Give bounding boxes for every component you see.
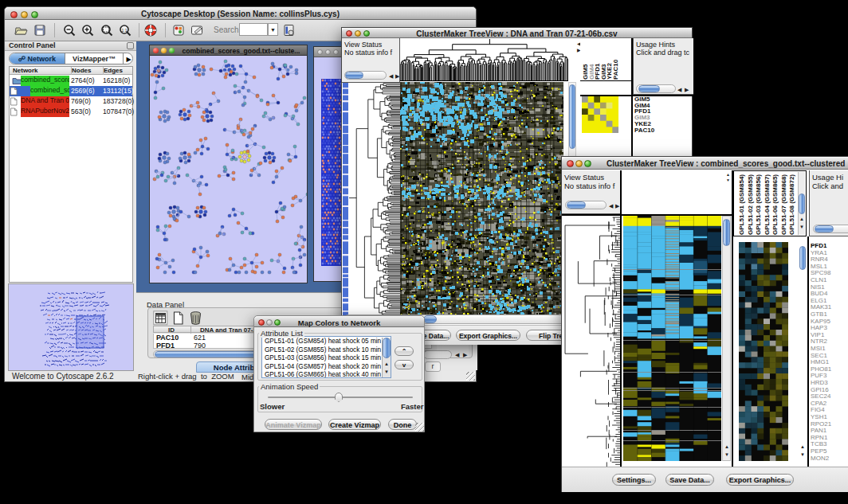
svg-text:GPL51-04 (GSM857): GPL51-04 (GSM857) <box>764 174 771 235</box>
svg-text:GPL51-03 (GSM856): GPL51-03 (GSM856) <box>755 174 762 235</box>
svg-text:PAC10: PAC10 <box>612 59 619 80</box>
svg-text:GPL51-02 (GSM855): GPL51-02 (GSM855) <box>747 174 754 235</box>
svg-text:1:1: 1:1 <box>122 28 128 33</box>
svg-text:GPL51-08 (GSM872): GPL51-08 (GSM872) <box>788 174 795 235</box>
svg-text:GPL51-01 (GSM854): GPL51-01 (GSM854) <box>738 174 745 235</box>
svg-text:GPL51-07 (GSM868): GPL51-07 (GSM868) <box>780 174 787 235</box>
svg-text:GPL51-06 (GSM865): GPL51-06 (GSM865) <box>771 174 779 235</box>
